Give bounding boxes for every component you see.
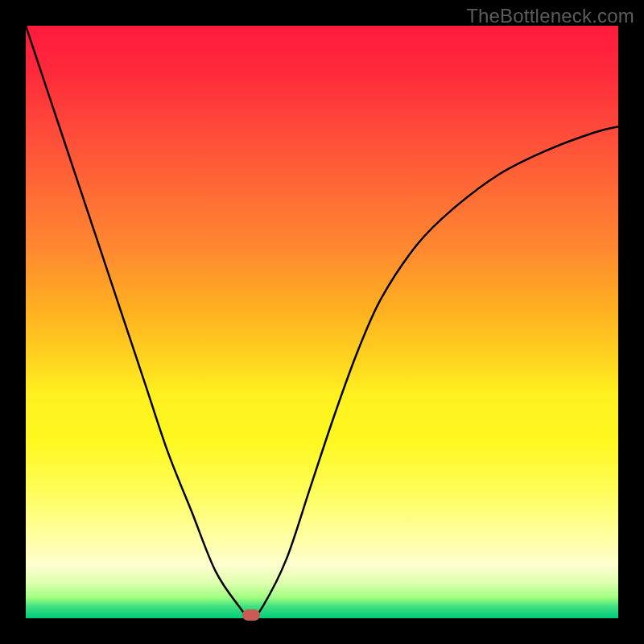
watermark-text: TheBottleneck.com	[466, 5, 634, 27]
bottleneck-curve	[26, 26, 618, 618]
minimum-marker	[242, 609, 260, 621]
chart-plot-area	[26, 26, 618, 618]
